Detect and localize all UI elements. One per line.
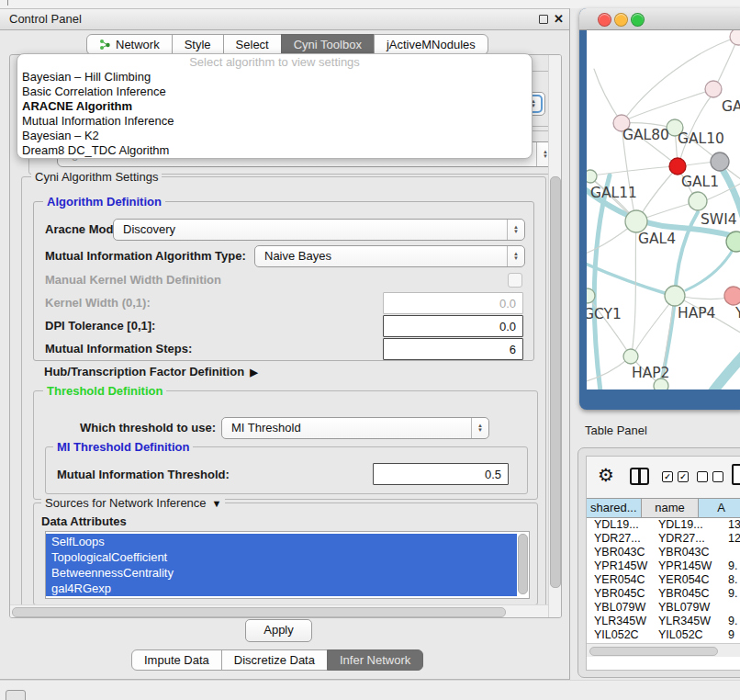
cell-name: YER054C: [653, 573, 723, 587]
tab-jactivemnodules[interactable]: jActiveMNodules: [374, 34, 488, 55]
horizontal-scrollbar-thumb[interactable]: [12, 607, 506, 617]
cell-name: YBL079W: [653, 601, 723, 615]
mi-steps-input[interactable]: [383, 338, 523, 360]
stepper-icon[interactable]: ▲▼: [507, 220, 524, 240]
network-node[interactable]: [730, 30, 740, 45]
tab-impute-data[interactable]: Impute Data: [131, 649, 222, 671]
table-row[interactable]: YBR043C YBR043C: [587, 546, 740, 559]
hub-definition-label[interactable]: Hub/Transcription Factor Definition▶: [44, 363, 258, 381]
column-header-shared-name[interactable]: shared...: [587, 499, 642, 517]
show-checked-columns-button[interactable]: ✓ ✓: [662, 471, 689, 482]
tab-cyni-toolbox[interactable]: Cyni Toolbox: [281, 34, 375, 55]
table-row[interactable]: YER054C YER054C 8.: [587, 573, 740, 587]
checked-checkbox-icon: ✓: [678, 471, 689, 482]
tab-discretize-data[interactable]: Discretize Data: [221, 649, 328, 671]
cell-shared-name: YPR145W: [587, 559, 653, 573]
network-node[interactable]: [623, 349, 638, 364]
cell-value: 9: [723, 628, 740, 642]
network-node[interactable]: [665, 286, 685, 306]
menu-item[interactable]: Bayesian – K2: [17, 129, 532, 143]
table-hscrollbar-track[interactable]: [587, 643, 740, 657]
tab-select[interactable]: Select: [223, 34, 282, 55]
float-window-icon[interactable]: [539, 15, 548, 24]
table-row[interactable]: YBR045C YBR045C 9.: [587, 587, 740, 601]
network-window-titlebar[interactable]: [579, 8, 740, 30]
table-row[interactable]: YDR27... YDR27... 12: [587, 532, 740, 546]
mi-type-combo[interactable]: Naive Bayes ▲▼: [254, 245, 525, 267]
list-item-selected[interactable]: gal4RGexp: [46, 581, 517, 596]
data-attributes-label: Data Attributes: [41, 513, 127, 531]
gear-icon[interactable]: ⚙: [598, 464, 614, 486]
vertical-scrollbar-thumb[interactable]: [550, 176, 561, 588]
network-edge: [632, 223, 636, 354]
network-node-label: Y: [734, 305, 740, 322]
aracne-mode-combo[interactable]: Discovery ▲▼: [113, 219, 525, 241]
which-threshold-combo[interactable]: MI Threshold ▲▼: [221, 417, 489, 439]
unchecked-checkbox-icon: [697, 471, 708, 482]
sources-title[interactable]: Sources for Network Inference▼: [41, 496, 225, 510]
table-hscrollbar-thumb[interactable]: [589, 647, 718, 656]
cell-shared-name: YBR043C: [587, 546, 653, 559]
list-item-selected[interactable]: SelfLoops: [46, 534, 517, 549]
document-icon[interactable]: [732, 464, 740, 485]
list-item-selected[interactable]: TopologicalCoefficient: [46, 549, 517, 565]
table-row[interactable]: YLR345W YLR345W 9.: [587, 615, 740, 628]
data-attributes-list: SelfLoops TopologicalCoefficient Between…: [45, 531, 530, 599]
network-node[interactable]: [705, 81, 722, 97]
list-scrollbar-thumb[interactable]: [518, 534, 528, 594]
mi-threshold-input[interactable]: [373, 463, 509, 485]
network-node[interactable]: [711, 152, 729, 171]
menu-item[interactable]: Bayesian – Hill Climbing: [17, 70, 532, 85]
hide-columns-button[interactable]: [697, 471, 723, 482]
list-item-selected[interactable]: BetweennessCentrality: [46, 565, 517, 581]
algorithm-definition-title: Algorithm Definition: [43, 195, 165, 209]
mi-type-value: Naive Bayes: [264, 246, 331, 266]
apply-button[interactable]: Apply: [245, 619, 312, 642]
tab-style[interactable]: Style: [172, 34, 224, 55]
close-traffic-light-icon[interactable]: [598, 13, 611, 27]
table-panel-title: Table Panel: [579, 423, 740, 442]
network-graph[interactable]: GALGAL80GAL10GAL1GAL11SWI4GAL4GCY1HAP4YH…: [587, 30, 740, 390]
network-edge: [715, 40, 737, 87]
collapse-down-icon[interactable]: ▼: [212, 498, 222, 509]
menu-item[interactable]: Basic Correlation Inference: [17, 85, 532, 99]
zoom-traffic-light-icon[interactable]: [631, 13, 645, 27]
control-panel-window: Control Panel ✕ Network Style Select Cyn…: [0, 8, 570, 680]
network-canvas[interactable]: GALGAL80GAL10GAL1GAL11SWI4GAL4GCY1HAP4YH…: [587, 30, 740, 390]
close-icon[interactable]: ✕: [554, 12, 564, 26]
stepper-icon[interactable]: ▲▼: [507, 246, 524, 266]
network-node[interactable]: [625, 210, 647, 232]
tab-infer-network[interactable]: Infer Network: [327, 649, 423, 671]
cell-value: 9.: [723, 615, 740, 628]
table-row[interactable]: YDL19... YDL19... 13: [587, 518, 740, 532]
network-node[interactable]: [724, 287, 740, 305]
expand-right-icon[interactable]: ▶: [250, 367, 257, 378]
table-body: YDL19... YDL19... 13 YDR27... YDR27... 1…: [587, 518, 740, 643]
minimize-traffic-light-icon[interactable]: [614, 13, 628, 27]
menu-item[interactable]: Dream8 DC_TDC Algorithm: [17, 143, 532, 158]
table-row[interactable]: YPR145W YPR145W 9.: [587, 559, 740, 573]
split-columns-icon[interactable]: [630, 468, 649, 485]
network-node[interactable]: [587, 170, 597, 183]
stepper-icon[interactable]: ▲▼: [471, 418, 488, 438]
cell-name: YBR043C: [653, 546, 723, 559]
menu-item-selected[interactable]: ARACNE Algorithm: [17, 99, 532, 114]
sources-title-text: Sources for Network Inference: [45, 496, 207, 510]
network-node-label: GAL10: [678, 130, 724, 147]
corner-button[interactable]: [6, 690, 26, 700]
network-edge: [712, 352, 740, 390]
table-header: shared... name A: [587, 498, 740, 518]
column-header-name[interactable]: name: [642, 499, 700, 517]
column-header-partial[interactable]: A: [699, 499, 740, 517]
table-row[interactable]: YBL079W YBL079W: [587, 601, 740, 615]
tab-network[interactable]: Network: [86, 34, 173, 55]
network-node[interactable]: [689, 192, 707, 210]
dpi-tolerance-input[interactable]: [383, 315, 523, 337]
table-row[interactable]: YIL052C YIL052C 9: [587, 628, 740, 642]
cell-value: 9.: [723, 559, 740, 573]
network-node[interactable]: [669, 158, 686, 175]
table-panel-window: ⚙ ✓ ✓ shared... name A: [577, 447, 740, 678]
menu-item[interactable]: Mutual Information Inference: [17, 114, 532, 129]
cell-value: 13: [723, 518, 740, 532]
cell-name: YIL052C: [653, 628, 723, 642]
